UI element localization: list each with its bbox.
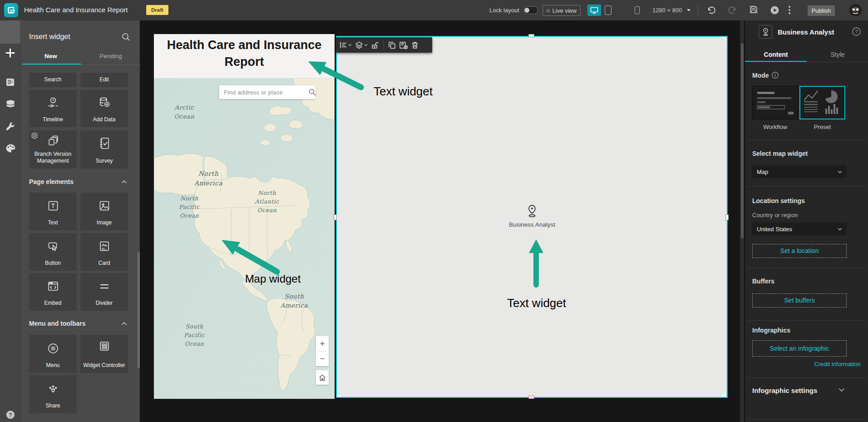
mode-option-workflow[interactable]: [752, 86, 798, 119]
panel-scrollbar[interactable]: [138, 252, 140, 368]
save-as-template-button[interactable]: [399, 41, 408, 49]
section-divider: [748, 186, 866, 187]
panel-title: Business Analyst: [778, 28, 834, 36]
widget-tile-timeline[interactable]: Timeline: [29, 90, 77, 127]
select-infographic-button[interactable]: Select an infographic: [752, 340, 847, 357]
widget-tile-image[interactable]: Image: [80, 193, 128, 230]
tools-panel-icon[interactable]: [5, 122, 15, 132]
resize-handle-right[interactable]: [725, 214, 729, 220]
layers-order-button[interactable]: [355, 41, 368, 49]
resize-handle-bottom[interactable]: [528, 396, 534, 399]
rail-insert-active-bg: [0, 20, 20, 44]
align-button[interactable]: [340, 41, 352, 49]
search-icon[interactable]: [122, 33, 130, 41]
unlock-button[interactable]: [371, 41, 379, 49]
tab-new[interactable]: New: [30, 53, 72, 60]
info-icon[interactable]: [772, 72, 779, 79]
set-location-button[interactable]: Set a location: [752, 244, 847, 258]
live-view-button[interactable]: Live view: [542, 5, 581, 16]
page-panel-icon[interactable]: [5, 78, 15, 87]
more-options-button[interactable]: [788, 5, 791, 15]
chevron-down-icon[interactable]: [838, 388, 845, 392]
map-search-input[interactable]: [219, 89, 309, 96]
redo-button[interactable]: [728, 5, 737, 15]
status-badge: Draft: [146, 5, 168, 15]
widget-tile-branch-version-management[interactable]: Branch Version Management: [29, 130, 77, 169]
undo-button[interactable]: [706, 5, 716, 15]
chevron-up-icon[interactable]: [121, 180, 127, 184]
select-map-widget-label: Select map widget: [752, 150, 808, 157]
embed-icon: [47, 280, 59, 293]
map-widget-select[interactable]: Map: [752, 165, 847, 178]
widget-tile-card[interactable]: Card: [80, 233, 128, 271]
map-search-box: [219, 85, 316, 99]
widget-tile-edit[interactable]: Edit: [80, 73, 128, 87]
widget-tile-label: Text: [30, 219, 75, 226]
annotation-text-widget-title: Text widget: [367, 84, 439, 99]
zoom-in-button[interactable]: +: [316, 336, 329, 351]
tab-content[interactable]: Content: [745, 51, 807, 58]
theme-panel-icon[interactable]: [5, 144, 16, 153]
country-select[interactable]: United States: [752, 223, 847, 235]
tab-pending[interactable]: Pending: [90, 53, 132, 60]
resize-handle-left[interactable]: [334, 214, 337, 220]
widget-tile-embed[interactable]: Embed: [29, 273, 77, 311]
mode-workflow-label: Workflow: [752, 124, 798, 130]
chevron-down-icon: [838, 228, 842, 231]
section-page-elements[interactable]: Page elements: [29, 178, 74, 185]
widget-tile-button[interactable]: Button: [29, 233, 77, 271]
widget-tile-search[interactable]: Search: [29, 73, 77, 87]
resize-handle-top-right[interactable]: [722, 37, 726, 41]
set-buffers-button[interactable]: Set buffers: [752, 293, 847, 308]
topbar-divider: [698, 5, 698, 16]
widget-tile-label: Survey: [82, 158, 127, 164]
widget-tile-text[interactable]: Text: [29, 193, 77, 230]
chevron-up-icon[interactable]: [121, 322, 127, 326]
widget-tile-survey[interactable]: Survey: [80, 130, 128, 169]
infographic-settings-header[interactable]: Infographic settings: [752, 387, 817, 394]
chevron-down-icon: [364, 44, 368, 46]
hexagon-badge-icon: [31, 132, 38, 139]
section-menu-toolbars[interactable]: Menu and toolbars: [29, 320, 85, 327]
image-icon: [98, 199, 111, 212]
map-home-button[interactable]: [316, 370, 329, 385]
duplicate-button[interactable]: [388, 41, 396, 49]
preview-play-button[interactable]: [770, 5, 779, 15]
device-tablet-button[interactable]: [605, 5, 612, 15]
live-view-label: Live view: [552, 7, 577, 14]
tab-divider: [21, 65, 140, 65]
help-icon[interactable]: ?: [6, 410, 15, 419]
save-button[interactable]: [750, 5, 758, 14]
insert-widget-icon[interactable]: [5, 48, 15, 58]
resize-handle-bottom-left[interactable]: [337, 392, 341, 397]
annotation-text-widget-ba: Text widget: [500, 296, 573, 310]
app-logo-icon[interactable]: [4, 3, 18, 17]
data-panel-icon[interactable]: [5, 99, 15, 109]
buffers-label: Buffers: [752, 278, 774, 285]
canvas-scrollbar-thumb[interactable]: [741, 43, 744, 238]
add-data-icon: [98, 96, 111, 109]
delete-button[interactable]: [411, 41, 419, 49]
lock-layout-toggle[interactable]: [523, 6, 538, 14]
widget-tile-divider[interactable]: Divider: [80, 273, 128, 311]
tab-style[interactable]: Style: [807, 51, 868, 58]
device-desktop-button[interactable]: [587, 5, 601, 16]
resize-handle-top[interactable]: [528, 34, 534, 37]
widget-tile-menu[interactable]: Menu: [29, 335, 77, 373]
page-title: Health Care and Insurance Report: [159, 37, 330, 71]
widget-tile-share[interactable]: Share: [29, 375, 77, 413]
resize-handle-bottom-right[interactable]: [722, 392, 726, 397]
left-toolbar-rail: ?: [0, 20, 20, 422]
widget-tile-label: Button: [30, 260, 75, 267]
zoom-out-button[interactable]: −: [316, 351, 329, 366]
device-phone-button[interactable]: [635, 6, 640, 14]
resolution-selector[interactable]: 1280 × 800: [652, 7, 682, 14]
widget-tile-widget-controller[interactable]: Widget Controller: [80, 335, 128, 373]
publish-button[interactable]: Publish: [808, 5, 835, 16]
business-analyst-label: Business Analyst: [487, 221, 577, 228]
help-icon[interactable]: ?: [852, 27, 861, 36]
widget-tile-add-data[interactable]: Add Data: [80, 90, 128, 127]
avatar[interactable]: [849, 4, 862, 16]
mode-option-preset[interactable]: [799, 86, 845, 119]
credit-information-link[interactable]: Credit information: [814, 361, 861, 367]
